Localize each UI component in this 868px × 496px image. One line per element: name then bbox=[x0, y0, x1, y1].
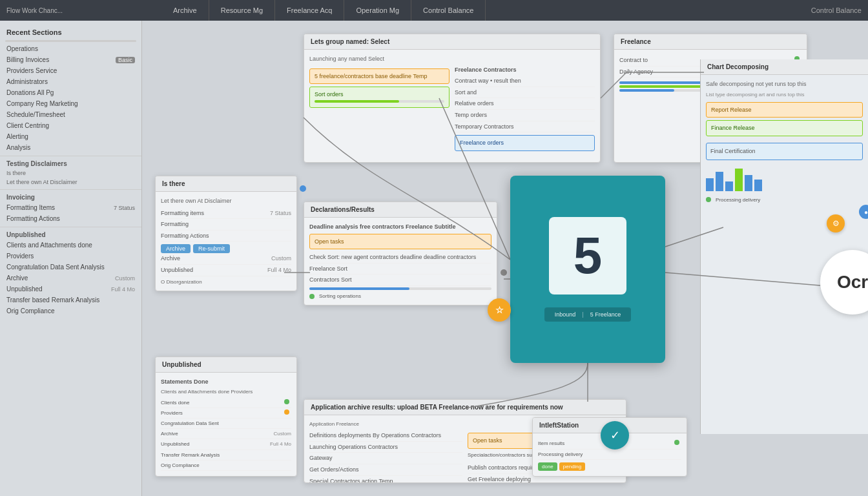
nav-right-text: Control Balance bbox=[811, 6, 862, 14]
footer-separator: | bbox=[582, 311, 583, 318]
bl-content: Statements Done Clients and Attachments … bbox=[156, 373, 296, 476]
ml-row3: Formatting Actions bbox=[161, 231, 291, 242]
blue-panel: Freelance orders bbox=[455, 135, 595, 151]
sidebar-item-admins[interactable]: Administrators bbox=[0, 76, 141, 87]
br-label2: Processing delivery bbox=[538, 451, 583, 458]
main-center-card: 5 Inbound | 5 Freelance bbox=[510, 176, 665, 363]
mc-item3: Contractors Sort bbox=[309, 274, 491, 286]
tab-resource[interactable]: Resource Mg bbox=[209, 0, 275, 21]
sidebar-item-providers[interactable]: Providers Service bbox=[0, 65, 141, 76]
tab-archive[interactable]: Archive bbox=[161, 0, 209, 21]
bl-label7: Orig Compliance bbox=[161, 462, 200, 469]
sidebar-item-archive[interactable]: Archive Custom bbox=[0, 273, 141, 284]
sidebar-item-clients-attach[interactable]: Clients and Attachments done bbox=[0, 240, 141, 251]
sidebar-item-unpub[interactable]: Unpublished Full 4 Mo bbox=[0, 284, 141, 294]
br-label1: Item results bbox=[538, 440, 564, 447]
ptc-row4: Temp orders bbox=[455, 110, 595, 121]
sidebar-item-company[interactable]: Company Reg Marketing bbox=[0, 98, 141, 109]
panel-mid-left: Is there Let there own At Disclaimer For… bbox=[155, 176, 297, 291]
float-orange-small: ⚙ bbox=[827, 214, 845, 232]
sidebar-item-billing[interactable]: Billing Invoices Basic bbox=[0, 54, 141, 65]
far-right-bottom: Processing delivery bbox=[706, 196, 863, 203]
bar2 bbox=[716, 172, 723, 191]
ml-row1: Formatting items 7 Status bbox=[161, 208, 291, 220]
sidebar-item-transfer[interactable]: Transfer based Remark Analysis bbox=[0, 294, 141, 305]
float-orange-small-icon: ⚙ bbox=[832, 219, 840, 228]
panel-top-center-col2: Freelance Contractors Contract way • res… bbox=[455, 66, 595, 154]
mc-dot bbox=[309, 294, 315, 299]
far-right-desc: Safe decomposing not yet runs top this bbox=[706, 80, 863, 88]
ml-extra: O Disorganization bbox=[161, 278, 291, 285]
bl-row5: Unpublished Full 4 Mo bbox=[161, 439, 291, 450]
far-right-green1: Finance Release bbox=[706, 120, 863, 136]
float-teal-icon: ✓ bbox=[610, 428, 620, 442]
sidebar-item-formatting-actions[interactable]: Formatting Actions bbox=[0, 213, 141, 224]
mid-left-desc: Let there own At Disclaimer bbox=[161, 197, 291, 205]
main-area: Recent Sections Operations Billing Invoi… bbox=[0, 21, 868, 496]
bl-row7: Orig Compliance bbox=[161, 460, 291, 471]
sidebar-item-donations[interactable]: Donations All Pg bbox=[0, 87, 141, 98]
far-right-item1: Processing delivery bbox=[706, 196, 863, 203]
progress-fill4 bbox=[619, 89, 674, 92]
bar6 bbox=[754, 180, 762, 191]
final-certification-box: Final Certification bbox=[706, 143, 863, 160]
tab-operation[interactable]: Operation Mg bbox=[344, 0, 411, 21]
mid-left-header: Is there bbox=[156, 176, 296, 192]
mc-orange: Open tasks bbox=[309, 234, 491, 250]
panel-top-center-content: Launching any named Select 5 freelance/c… bbox=[304, 50, 600, 161]
freelance-title: Freelance Contractors bbox=[455, 66, 595, 74]
sidebar-item-client[interactable]: Client Centring bbox=[0, 120, 141, 131]
main-card-footer: Inbound | 5 Freelance bbox=[544, 307, 631, 322]
panel-mid-center: Declarations/Results Deadline analysis f… bbox=[304, 202, 497, 305]
bl-val4: Custom bbox=[273, 430, 291, 437]
progress-fill2 bbox=[619, 81, 701, 84]
sidebar-sub-letthere[interactable]: Let there own At Disclaimer bbox=[0, 178, 141, 187]
sidebar: Recent Sections Operations Billing Invoi… bbox=[0, 21, 142, 496]
sidebar-item-analysis[interactable]: Analysis bbox=[0, 142, 141, 153]
sidebar-item-providers2[interactable]: Providers bbox=[0, 251, 141, 262]
mini-chart bbox=[706, 165, 863, 191]
sidebar-header: Recent Sections bbox=[0, 25, 141, 39]
far-right-orange1: Report Release bbox=[706, 102, 863, 118]
bl-label6: Transfer Remark Analysis bbox=[161, 451, 220, 459]
ptc-row1: Contract way • result then bbox=[455, 76, 595, 87]
tab-control[interactable]: Control Balance bbox=[411, 0, 486, 21]
mid-center-header: Declarations/Results bbox=[304, 202, 497, 218]
bc-row5: Special Contractors action Temp bbox=[309, 476, 462, 483]
bc-row4: Get Orders/Actions bbox=[309, 464, 462, 476]
bc-row3: Gateway bbox=[309, 453, 462, 464]
sidebar-item-congrat[interactable]: Congratulation Data Sent Analysis bbox=[0, 262, 141, 273]
bl-val5: Full 4 Mo bbox=[270, 440, 291, 448]
tab-freelance[interactable]: Freelance Acq bbox=[275, 0, 344, 21]
mid-center-content: Deadline analysis free contractors Freel… bbox=[304, 218, 497, 305]
bl-label1: Clients done bbox=[161, 399, 189, 406]
ml-button2[interactable]: Re-submit bbox=[193, 244, 230, 253]
mc-progress bbox=[309, 287, 491, 290]
sidebar-item-alerting[interactable]: Alerting bbox=[0, 131, 141, 142]
sidebar-sub-isthere[interactable]: Is there bbox=[0, 169, 141, 178]
panel-top-center: Lets group named: Select Launching any n… bbox=[304, 34, 601, 163]
sidebar-item-orig[interactable]: Orig Compliance bbox=[0, 305, 141, 316]
sidebar-item-schedule[interactable]: Schedule/Timesheet bbox=[0, 109, 141, 120]
bl-desc: Clients and Attachments done Providers bbox=[161, 388, 291, 395]
bl-header: Unpublished bbox=[156, 357, 296, 373]
float-circle-teal: ✓ bbox=[601, 421, 629, 450]
bl-label2: Providers bbox=[161, 409, 183, 417]
br-badge1: done bbox=[538, 462, 557, 471]
sidebar-section-unpublished: Unpublished bbox=[0, 227, 141, 240]
sidebar-item-operations[interactable]: Operations bbox=[0, 43, 141, 54]
app-title-text: Flow Work Chanc... bbox=[6, 7, 63, 14]
sidebar-search-bar[interactable] bbox=[5, 40, 136, 42]
footer-label1: Inbound bbox=[555, 311, 576, 318]
mc-items: Check Sort: new agent contractors deadli… bbox=[309, 252, 491, 286]
dot1 bbox=[706, 197, 711, 202]
label-1: Processing delivery bbox=[716, 196, 760, 203]
bar4 bbox=[735, 169, 743, 191]
sidebar-section-testing: Testing Disclaimers bbox=[0, 156, 141, 169]
mc-item1: Check Sort: new agent contractors deadli… bbox=[309, 252, 491, 264]
bar3 bbox=[725, 181, 733, 191]
ml-button1[interactable]: Archive bbox=[161, 244, 191, 253]
panel-top-center-header: Lets group named: Select bbox=[304, 34, 600, 50]
sidebar-item-formatting[interactable]: Formatting Items 7 Status bbox=[0, 202, 141, 213]
connector-dot-1 bbox=[300, 185, 306, 192]
